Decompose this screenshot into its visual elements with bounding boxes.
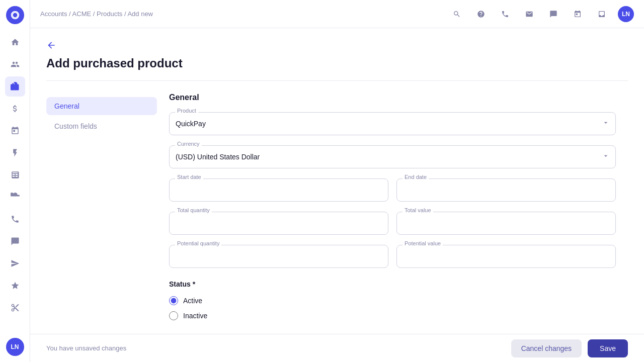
status-radio-group: Active Inactive xyxy=(169,296,616,320)
chat-icon[interactable] xyxy=(545,6,561,22)
page-content: Add purchased product General Custom fie… xyxy=(30,28,644,362)
potential-quantity-field: Potential quantity xyxy=(169,245,388,268)
total-value-input[interactable] xyxy=(396,212,616,235)
sidebar-item-home[interactable] xyxy=(5,32,25,52)
sidebar-item-people[interactable] xyxy=(5,54,25,74)
app-logo[interactable] xyxy=(6,6,24,24)
main-wrapper: Accounts / ACME / Products / Add new xyxy=(30,0,644,362)
phone-icon[interactable] xyxy=(497,6,513,22)
status-section: Status * Active Inactive xyxy=(169,280,616,320)
form-section-title: General xyxy=(169,93,616,102)
end-date-input[interactable] xyxy=(396,178,616,202)
bottom-bar: You have unsaved changes Cancel changes … xyxy=(30,334,644,362)
save-button[interactable]: Save xyxy=(588,339,628,357)
start-date-input[interactable] xyxy=(169,178,388,202)
page-divider xyxy=(46,80,628,81)
mail-icon[interactable] xyxy=(521,6,537,22)
date-row: Start date End date xyxy=(169,178,616,202)
form-area: General Product QuickPay Product A Produ… xyxy=(157,93,628,320)
sidebar-item-scissors[interactable] xyxy=(5,298,25,318)
cancel-changes-button[interactable]: Cancel changes xyxy=(511,339,582,357)
potential-quantity-input[interactable] xyxy=(169,245,388,268)
inbox-icon[interactable] xyxy=(594,6,610,22)
sidebar-item-lightning[interactable] xyxy=(5,143,25,163)
calendar-icon[interactable] xyxy=(570,6,586,22)
currency-select[interactable]: (USD) United States Dollar (EUR) Euro (G… xyxy=(169,145,616,168)
sidebar-item-calendar[interactable] xyxy=(5,121,25,141)
currency-select-wrapper: (USD) United States Dollar (EUR) Euro (G… xyxy=(169,145,616,168)
breadcrumb: Accounts / ACME / Products / Add new xyxy=(40,10,443,18)
svg-point-1 xyxy=(13,13,17,17)
left-nav: General Custom fields xyxy=(46,93,157,320)
potential-row: Potential quantity Potential value xyxy=(169,245,616,268)
status-active-radio[interactable] xyxy=(169,296,178,305)
sidebar-item-star[interactable] xyxy=(5,276,25,296)
status-active-item[interactable]: Active xyxy=(169,296,616,305)
status-inactive-item[interactable]: Inactive xyxy=(169,311,616,320)
total-value-field: Total value xyxy=(396,212,616,235)
unsaved-changes-text: You have unsaved changes xyxy=(46,344,126,352)
status-inactive-radio[interactable] xyxy=(169,311,178,320)
sidebar: LN xyxy=(0,0,30,362)
page-title: Add purchased product xyxy=(46,56,628,70)
sidebar-item-gift[interactable] xyxy=(5,187,25,207)
currency-field: Currency (USD) United States Dollar (EUR… xyxy=(169,145,616,168)
sidebar-item-phone[interactable] xyxy=(5,209,25,229)
topbar-user-avatar[interactable]: LN xyxy=(618,6,634,22)
total-quantity-input[interactable] xyxy=(169,212,388,235)
status-active-label: Active xyxy=(183,297,202,305)
end-date-field: End date xyxy=(396,178,616,202)
total-quantity-field: Total quantity xyxy=(169,212,388,235)
product-field: Product QuickPay Product A Product B xyxy=(169,112,616,135)
product-select[interactable]: QuickPay Product A Product B xyxy=(169,112,616,135)
topbar-icons: LN xyxy=(449,6,634,22)
start-date-field: Start date xyxy=(169,178,388,202)
help-icon[interactable] xyxy=(473,6,489,22)
left-nav-item-custom-fields[interactable]: Custom fields xyxy=(46,117,157,135)
back-button[interactable] xyxy=(46,40,56,50)
potential-value-field: Potential value xyxy=(396,245,616,268)
potential-value-input[interactable] xyxy=(396,245,616,268)
search-icon[interactable] xyxy=(449,6,465,22)
product-select-wrapper: QuickPay Product A Product B xyxy=(169,112,616,135)
topbar: Accounts / ACME / Products / Add new xyxy=(30,0,644,28)
status-label: Status * xyxy=(169,280,616,288)
sidebar-item-dollar[interactable] xyxy=(5,99,25,119)
sidebar-item-message[interactable] xyxy=(5,231,25,251)
user-avatar[interactable]: LN xyxy=(6,338,24,356)
sidebar-item-briefcase[interactable] xyxy=(5,76,25,97)
sidebar-item-send[interactable] xyxy=(5,253,25,274)
status-inactive-label: Inactive xyxy=(183,312,207,320)
two-col-layout: General Custom fields General Product Qu… xyxy=(46,93,628,320)
sidebar-item-table[interactable] xyxy=(5,165,25,185)
left-nav-item-general[interactable]: General xyxy=(46,97,157,115)
total-row: Total quantity Total value xyxy=(169,212,616,235)
